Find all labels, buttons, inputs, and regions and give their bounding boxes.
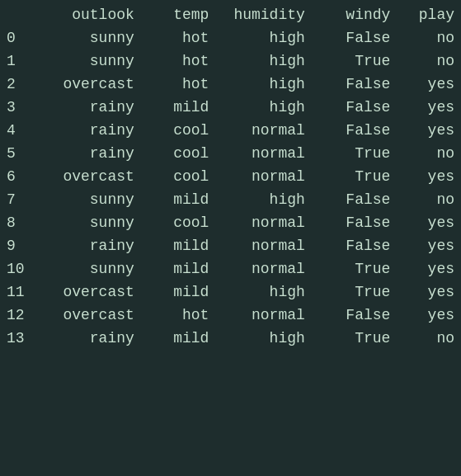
cell-idx: 9 bbox=[0, 234, 34, 257]
cell-windy: True bbox=[312, 142, 397, 165]
cell-temp: mild bbox=[141, 257, 216, 280]
cell-outlook: overcast bbox=[34, 165, 140, 188]
cell-humidity: normal bbox=[215, 119, 311, 142]
cell-idx: 6 bbox=[0, 165, 34, 188]
table-row: 2overcasthothighFalseyes bbox=[0, 73, 461, 96]
cell-windy: False bbox=[312, 119, 397, 142]
table-row: 9rainymildnormalFalseyes bbox=[0, 234, 461, 257]
cell-windy: True bbox=[312, 327, 397, 350]
cell-windy: False bbox=[312, 211, 397, 234]
cell-humidity: normal bbox=[215, 165, 311, 188]
cell-outlook: rainy bbox=[34, 119, 140, 142]
data-table: outlook temp humidity windy play 0sunnyh… bbox=[0, 0, 461, 350]
cell-idx: 13 bbox=[0, 327, 34, 350]
cell-idx: 12 bbox=[0, 304, 34, 327]
cell-idx: 11 bbox=[0, 280, 34, 304]
cell-idx: 8 bbox=[0, 211, 34, 234]
cell-temp: cool bbox=[141, 211, 216, 234]
cell-temp: cool bbox=[141, 142, 216, 165]
cell-idx: 5 bbox=[0, 142, 34, 165]
cell-humidity: normal bbox=[215, 234, 311, 257]
cell-windy: True bbox=[312, 49, 397, 73]
table-row: 12overcasthotnormalFalseyes bbox=[0, 304, 461, 327]
cell-play: yes bbox=[397, 73, 461, 96]
cell-humidity: high bbox=[215, 188, 311, 211]
cell-humidity: normal bbox=[215, 257, 311, 280]
cell-temp: hot bbox=[141, 49, 216, 73]
cell-humidity: high bbox=[215, 327, 311, 350]
table-row: 5rainycoolnormalTrueno bbox=[0, 142, 461, 165]
header-humidity: humidity bbox=[215, 0, 311, 26]
cell-temp: mild bbox=[141, 327, 216, 350]
cell-play: no bbox=[397, 49, 461, 73]
cell-windy: False bbox=[312, 96, 397, 119]
cell-play: no bbox=[397, 327, 461, 350]
cell-windy: True bbox=[312, 257, 397, 280]
cell-outlook: sunny bbox=[34, 188, 140, 211]
cell-outlook: rainy bbox=[34, 327, 140, 350]
cell-windy: False bbox=[312, 188, 397, 211]
cell-outlook: overcast bbox=[34, 280, 140, 304]
table-row: 6overcastcoolnormalTrueyes bbox=[0, 165, 461, 188]
table-row: 4rainycoolnormalFalseyes bbox=[0, 119, 461, 142]
cell-windy: False bbox=[312, 73, 397, 96]
cell-temp: mild bbox=[141, 188, 216, 211]
cell-temp: mild bbox=[141, 96, 216, 119]
cell-humidity: high bbox=[215, 49, 311, 73]
cell-play: yes bbox=[397, 280, 461, 304]
table-row: 3rainymildhighFalseyes bbox=[0, 96, 461, 119]
cell-idx: 4 bbox=[0, 119, 34, 142]
cell-outlook: overcast bbox=[34, 304, 140, 327]
cell-humidity: high bbox=[215, 96, 311, 119]
cell-play: yes bbox=[397, 234, 461, 257]
table-row: 13rainymildhighTrueno bbox=[0, 327, 461, 350]
cell-play: no bbox=[397, 26, 461, 49]
cell-windy: True bbox=[312, 280, 397, 304]
table-row: 10sunnymildnormalTrueyes bbox=[0, 257, 461, 280]
header-windy: windy bbox=[312, 0, 397, 26]
cell-humidity: normal bbox=[215, 142, 311, 165]
cell-windy: False bbox=[312, 234, 397, 257]
cell-outlook: rainy bbox=[34, 96, 140, 119]
cell-play: yes bbox=[397, 119, 461, 142]
cell-play: yes bbox=[397, 165, 461, 188]
header-play: play bbox=[397, 0, 461, 26]
cell-play: yes bbox=[397, 211, 461, 234]
cell-windy: False bbox=[312, 26, 397, 49]
cell-idx: 1 bbox=[0, 49, 34, 73]
cell-play: no bbox=[397, 142, 461, 165]
cell-temp: hot bbox=[141, 73, 216, 96]
cell-idx: 7 bbox=[0, 188, 34, 211]
cell-outlook: sunny bbox=[34, 26, 140, 49]
cell-play: yes bbox=[397, 257, 461, 280]
table-row: 1sunnyhothighTrueno bbox=[0, 49, 461, 73]
cell-play: yes bbox=[397, 304, 461, 327]
table-row: 7sunnymildhighFalseno bbox=[0, 188, 461, 211]
cell-idx: 10 bbox=[0, 257, 34, 280]
cell-humidity: normal bbox=[215, 304, 311, 327]
cell-outlook: sunny bbox=[34, 257, 140, 280]
cell-outlook: sunny bbox=[34, 211, 140, 234]
cell-idx: 2 bbox=[0, 73, 34, 96]
cell-temp: cool bbox=[141, 119, 216, 142]
table-row: 11overcastmildhighTrueyes bbox=[0, 280, 461, 304]
table-row: 8sunnycoolnormalFalseyes bbox=[0, 211, 461, 234]
cell-humidity: high bbox=[215, 26, 311, 49]
header-index bbox=[0, 0, 34, 26]
cell-outlook: rainy bbox=[34, 234, 140, 257]
cell-humidity: normal bbox=[215, 211, 311, 234]
header-row: outlook temp humidity windy play bbox=[0, 0, 461, 26]
cell-outlook: rainy bbox=[34, 142, 140, 165]
cell-idx: 0 bbox=[0, 26, 34, 49]
cell-temp: mild bbox=[141, 280, 216, 304]
cell-outlook: overcast bbox=[34, 73, 140, 96]
header-temp: temp bbox=[141, 0, 216, 26]
cell-temp: hot bbox=[141, 304, 216, 327]
header-outlook: outlook bbox=[34, 0, 140, 26]
cell-outlook: sunny bbox=[34, 49, 140, 73]
cell-temp: mild bbox=[141, 234, 216, 257]
cell-idx: 3 bbox=[0, 96, 34, 119]
cell-play: yes bbox=[397, 96, 461, 119]
cell-play: no bbox=[397, 188, 461, 211]
cell-windy: True bbox=[312, 165, 397, 188]
